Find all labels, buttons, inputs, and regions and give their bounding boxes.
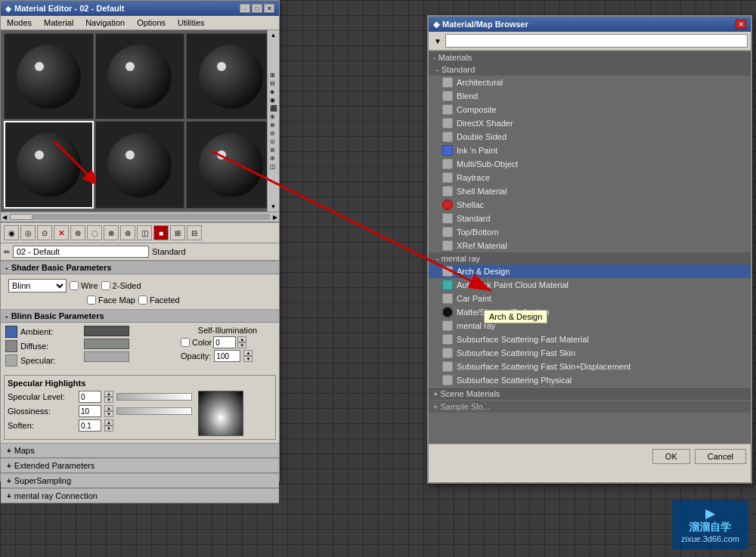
gloss-down[interactable]: ▼	[104, 411, 113, 417]
item-double-sided[interactable]: Double Sided	[429, 130, 751, 144]
toolbar-put-material[interactable]: ◎	[20, 225, 36, 240]
color-checkbox[interactable]	[181, 338, 190, 347]
sphere-cell-3[interactable]	[186, 33, 276, 119]
materials-section-header[interactable]: - Materials	[429, 51, 751, 63]
sphere-cell-1[interactable]	[4, 33, 94, 119]
item-arch-design[interactable]: Arch & Design	[429, 265, 751, 278]
item-ink-n-paint[interactable]: Ink 'n Paint	[429, 144, 751, 157]
blinn-section-header[interactable]: - Blinn Basic Parameters	[1, 309, 279, 323]
ok-button[interactable]: OK	[652, 449, 690, 464]
tool-btn-5[interactable]: ⬛	[270, 105, 277, 112]
spec-level-down[interactable]: ▼	[104, 397, 113, 403]
sphere-scroll-down[interactable]: ▼	[271, 203, 277, 210]
toolbar-options[interactable]: ◫	[137, 225, 152, 240]
tool-btn-4[interactable]: ◉	[270, 97, 277, 104]
tool-btn-12[interactable]: ◫	[270, 163, 277, 170]
sphere-cell-5[interactable]	[95, 121, 185, 209]
item-multi-sub[interactable]: Multi/Sub-Object	[429, 157, 751, 171]
toolbar-make-unique[interactable]: ◌	[87, 225, 102, 240]
soften-down[interactable]: ▼	[104, 425, 113, 432]
tool-btn-6[interactable]: ⊕	[270, 113, 277, 120]
toolbar-delete[interactable]: ✕	[54, 225, 69, 240]
tool-btn-7[interactable]: ⊗	[270, 122, 277, 128]
item-blend[interactable]: Blend	[429, 89, 751, 103]
item-xref[interactable]: XRef Material	[429, 239, 751, 252]
supersampling-section-row[interactable]: + SuperSampling	[1, 473, 279, 488]
specular-color-swatch[interactable]	[84, 351, 129, 362]
material-name-input[interactable]	[13, 246, 149, 258]
item-subsurface-skin[interactable]: Subsurface Scattering Fast Skin	[429, 346, 751, 360]
hscroll-track[interactable]	[10, 214, 270, 220]
browser-filter-icon[interactable]: ▼	[432, 37, 444, 45]
mental-ray-section-row[interactable]: + mental ray Connection	[1, 488, 279, 503]
soften-up[interactable]: ▲	[104, 419, 113, 425]
menu-utilities[interactable]: Utilities	[175, 17, 207, 28]
toolbar-assign[interactable]: ⊙	[37, 225, 52, 240]
item-shell[interactable]: Shell Material	[429, 184, 751, 198]
sample-slots-header[interactable]: + Sample Slo...	[429, 400, 751, 413]
two-sided-checkbox[interactable]	[101, 281, 110, 290]
item-subsurface-physical[interactable]: Subsurface Scattering Physical	[429, 373, 751, 387]
sphere-cell-2[interactable]	[95, 33, 185, 119]
toolbar-camera[interactable]: ⊛	[120, 225, 135, 240]
wire-checkbox[interactable]	[70, 281, 79, 290]
menu-navigation[interactable]: Navigation	[82, 17, 128, 28]
item-subsurface-skin-disp[interactable]: Subsurface Scattering Fast Skin+Displace…	[429, 360, 751, 373]
maps-section-row[interactable]: + Maps	[1, 443, 279, 458]
toolbar-sphere[interactable]: ■	[153, 225, 169, 240]
browser-list[interactable]: - Materials - Standard Architectural Ble…	[429, 51, 751, 444]
sphere-cell-4-active[interactable]	[4, 121, 94, 209]
mental-ray-sub-header[interactable]: - mental ray	[429, 252, 751, 265]
tool-btn-9[interactable]: ⊙	[270, 138, 277, 145]
cancel-button[interactable]: Cancel	[695, 449, 746, 464]
item-raytrace[interactable]: Raytrace	[429, 171, 751, 184]
faceted-checkbox[interactable]	[138, 296, 147, 305]
tool-btn-10[interactable]: ⊚	[270, 147, 277, 153]
opacity-input[interactable]	[214, 350, 240, 362]
close-button[interactable]: ✕	[264, 4, 274, 13]
standard-sub-header[interactable]: - Standard	[429, 63, 751, 76]
item-shellac[interactable]: Shellac	[429, 198, 751, 212]
maximize-button[interactable]: □	[252, 4, 262, 13]
toolbar-more1[interactable]: ⊞	[170, 225, 185, 240]
ambient-color-swatch[interactable]	[84, 326, 129, 336]
gloss-up[interactable]: ▲	[104, 405, 113, 411]
item-top-bottom[interactable]: Top/Bottom	[429, 225, 751, 239]
shader-section-header[interactable]: - Shader Basic Parameters	[1, 261, 279, 274]
item-car-paint[interactable]: Car Paint	[429, 292, 751, 305]
toolbar-copy[interactable]: ⊚	[70, 225, 85, 240]
browser-search-input[interactable]	[445, 34, 748, 48]
hscroll-left[interactable]: ◀	[1, 214, 8, 221]
toolbar-reset[interactable]: ⊗	[104, 225, 119, 240]
menu-modes[interactable]: Modes	[4, 17, 35, 28]
hscroll-thumb[interactable]	[10, 214, 33, 220]
sphere-cell-6[interactable]	[186, 121, 276, 209]
scene-materials-header[interactable]: + Scene Materials	[429, 387, 751, 400]
soften-input[interactable]	[79, 419, 101, 432]
minimize-button[interactable]: -	[240, 4, 250, 13]
spec-level-input[interactable]	[79, 391, 101, 403]
face-map-checkbox[interactable]	[87, 296, 96, 305]
opacity-spin-down[interactable]: ▼	[243, 356, 253, 362]
toolbar-more2[interactable]: ⊟	[187, 225, 202, 240]
tool-btn-8[interactable]: ⊘	[270, 130, 277, 137]
item-standard[interactable]: Standard	[429, 212, 751, 225]
tool-btn-1[interactable]: ⊞	[270, 72, 277, 79]
sphere-scroll-up[interactable]: ▲	[271, 32, 277, 39]
item-mental-ray[interactable]: mental ray	[429, 319, 751, 333]
tool-btn-2[interactable]: ⊟	[270, 80, 277, 87]
glossiness-input[interactable]	[79, 405, 101, 417]
shader-type-select[interactable]: Blinn Phong Anisotropic	[8, 279, 67, 292]
item-subsurface-fast[interactable]: Subsurface Scattering Fast Material	[429, 333, 751, 346]
diffuse-color-swatch[interactable]	[84, 339, 129, 349]
item-matte-shadow[interactable]: Matte/Shadow/Reflection	[429, 305, 751, 319]
hscroll-right[interactable]: ▶	[271, 214, 279, 221]
spec-level-up[interactable]: ▲	[104, 391, 113, 397]
item-directx[interactable]: DirectX Shader	[429, 116, 751, 130]
tool-btn-11[interactable]: ⊛	[270, 155, 277, 162]
toolbar-get-material[interactable]: ◉	[4, 225, 19, 240]
item-architectural[interactable]: Architectural	[429, 76, 751, 89]
color-value-input[interactable]	[213, 336, 236, 348]
tool-btn-3[interactable]: ◈	[270, 88, 277, 95]
item-autodesk-paint[interactable]: Autodesk Paint Cloud Material	[429, 278, 751, 292]
